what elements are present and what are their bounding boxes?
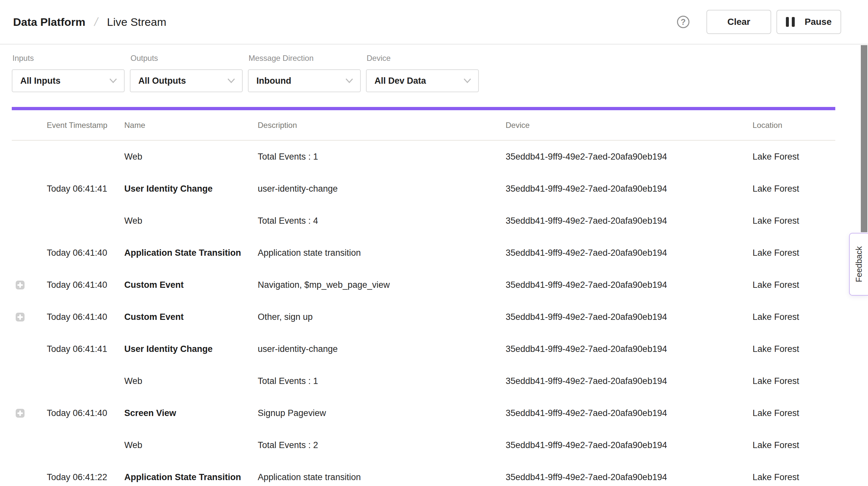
expand-cell xyxy=(12,152,47,161)
event-timestamp: Today 06:41:40 xyxy=(47,280,124,290)
inputs-dropdown[interactable]: All Inputs xyxy=(12,69,125,92)
filter-bar: Inputs All Inputs Outputs All Outputs Me… xyxy=(12,54,479,92)
filter-outputs-label: Outputs xyxy=(130,54,243,63)
event-description: Other, sign up xyxy=(258,312,506,322)
pause-button-label: Pause xyxy=(805,17,832,27)
event-row[interactable]: Today 06:41:40 Custom Event Navigation, … xyxy=(12,269,835,301)
event-name: Custom Event xyxy=(124,312,258,322)
event-row[interactable]: Today 06:41:40 Custom Event Other, sign … xyxy=(12,301,835,333)
filter-device-label: Device xyxy=(366,54,479,63)
event-device-id: 35eddb41-9ff9-49e2-7aed-20afa90eb194 xyxy=(506,215,752,226)
event-location: Lake Forest xyxy=(752,280,835,290)
event-timestamp: Today 06:41:40 xyxy=(47,312,124,322)
breadcrumb: Data Platform / Live Stream xyxy=(13,15,166,29)
clear-button[interactable]: Clear xyxy=(707,10,771,34)
filter-device: Device All Dev Data xyxy=(366,54,479,92)
column-name: Name xyxy=(124,121,258,130)
filter-message-direction-label: Message Direction xyxy=(248,54,361,63)
expand-cell xyxy=(12,377,47,386)
event-name: Screen View xyxy=(124,408,258,418)
event-name: Application State Transition xyxy=(124,472,258,482)
top-bar-actions: ? Clear Pause xyxy=(677,10,841,34)
chevron-down-icon xyxy=(227,78,236,83)
event-name: Custom Event xyxy=(124,280,258,290)
event-row[interactable]: Today 06:41:40 Screen View Signup Pagevi… xyxy=(12,397,835,429)
expand-cell xyxy=(12,216,47,225)
column-description: Description xyxy=(258,121,506,130)
event-row[interactable]: Web Total Events : 4 35eddb41-9ff9-49e2-… xyxy=(12,205,835,237)
expand-cell xyxy=(12,184,47,193)
event-device-id: 35eddb41-9ff9-49e2-7aed-20afa90eb194 xyxy=(506,408,752,418)
filter-message-direction: Message Direction Inbound xyxy=(248,54,361,92)
event-name: User Identity Change xyxy=(124,183,258,194)
message-direction-dropdown[interactable]: Inbound xyxy=(248,69,361,92)
event-location: Lake Forest xyxy=(752,248,835,258)
event-device-id: 35eddb41-9ff9-49e2-7aed-20afa90eb194 xyxy=(506,280,752,290)
outputs-dropdown-value: All Outputs xyxy=(138,76,186,86)
expand-cell xyxy=(12,473,47,482)
event-description: Application state transition xyxy=(258,472,506,482)
event-timestamp: Today 06:41:22 xyxy=(47,472,124,482)
event-row[interactable]: Today 06:41:41 User Identity Change user… xyxy=(12,173,835,205)
event-timestamp: Today 06:41:40 xyxy=(47,248,124,258)
device-dropdown-value: All Dev Data xyxy=(374,76,426,86)
event-row[interactable]: Web Total Events : 1 35eddb41-9ff9-49e2-… xyxy=(12,365,835,397)
event-name: User Identity Change xyxy=(124,344,258,354)
event-device-id: 35eddb41-9ff9-49e2-7aed-20afa90eb194 xyxy=(506,376,752,386)
event-name: Web xyxy=(124,376,258,386)
event-device-id: 35eddb41-9ff9-49e2-7aed-20afa90eb194 xyxy=(506,344,752,354)
event-location: Lake Forest xyxy=(752,376,835,386)
event-device-id: 35eddb41-9ff9-49e2-7aed-20afa90eb194 xyxy=(506,151,752,162)
pause-button[interactable]: Pause xyxy=(776,10,841,34)
column-device: Device xyxy=(506,121,752,130)
inputs-dropdown-value: All Inputs xyxy=(20,76,61,86)
event-row[interactable]: Web Total Events : 2 35eddb41-9ff9-49e2-… xyxy=(12,429,835,461)
table-body: Web Total Events : 1 35eddb41-9ff9-49e2-… xyxy=(12,141,835,486)
help-icon[interactable]: ? xyxy=(677,16,689,28)
event-name: Web xyxy=(124,440,258,450)
expand-plus-icon[interactable] xyxy=(16,313,25,322)
event-name: Web xyxy=(124,151,258,162)
feedback-tab[interactable]: Feedback xyxy=(849,233,868,296)
column-event-timestamp: Event Timestamp xyxy=(47,121,124,130)
event-row[interactable]: Today 06:41:41 User Identity Change user… xyxy=(12,333,835,365)
filter-inputs: Inputs All Inputs xyxy=(12,54,125,92)
event-location: Lake Forest xyxy=(752,183,835,194)
event-row[interactable]: Today 06:41:22 Application State Transit… xyxy=(12,461,835,486)
chevron-down-icon xyxy=(345,78,353,83)
accent-divider xyxy=(12,107,835,110)
event-location: Lake Forest xyxy=(752,472,835,482)
expand-cell xyxy=(12,248,47,257)
message-direction-dropdown-value: Inbound xyxy=(256,76,291,86)
event-location: Lake Forest xyxy=(752,344,835,354)
expand-cell xyxy=(12,281,47,290)
breadcrumb-data-platform[interactable]: Data Platform xyxy=(13,16,85,28)
event-timestamp: Today 06:41:41 xyxy=(47,183,124,194)
event-description: Total Events : 1 xyxy=(258,376,506,386)
event-row[interactable]: Web Total Events : 1 35eddb41-9ff9-49e2-… xyxy=(12,141,835,173)
outputs-dropdown[interactable]: All Outputs xyxy=(130,69,243,92)
filter-inputs-label: Inputs xyxy=(12,54,125,63)
filter-outputs: Outputs All Outputs xyxy=(130,54,243,92)
expand-cell xyxy=(12,441,47,450)
feedback-tab-label: Feedback xyxy=(854,246,864,282)
live-stream-page: Data Platform / Live Stream ? Clear Paus… xyxy=(0,0,868,486)
event-location: Lake Forest xyxy=(752,408,835,418)
top-bar: Data Platform / Live Stream ? Clear Paus… xyxy=(0,0,868,44)
event-timestamp: Today 06:41:40 xyxy=(47,408,124,418)
event-description: user-identity-change xyxy=(258,344,506,354)
expand-cell xyxy=(12,409,47,418)
table-header-row: Event Timestamp Name Description Device … xyxy=(12,111,835,141)
chevron-down-icon xyxy=(463,78,472,83)
expand-cell xyxy=(12,345,47,354)
device-dropdown[interactable]: All Dev Data xyxy=(366,69,479,92)
expand-plus-icon[interactable] xyxy=(16,409,25,418)
event-name: Application State Transition xyxy=(124,248,258,258)
vertical-scrollbar-thumb[interactable] xyxy=(861,45,867,232)
event-row[interactable]: Today 06:41:40 Application State Transit… xyxy=(12,237,835,269)
event-timestamp: Today 06:41:41 xyxy=(47,344,124,354)
expand-cell xyxy=(12,313,47,322)
chevron-down-icon xyxy=(109,78,117,83)
event-name: Web xyxy=(124,215,258,226)
expand-plus-icon[interactable] xyxy=(16,281,25,290)
